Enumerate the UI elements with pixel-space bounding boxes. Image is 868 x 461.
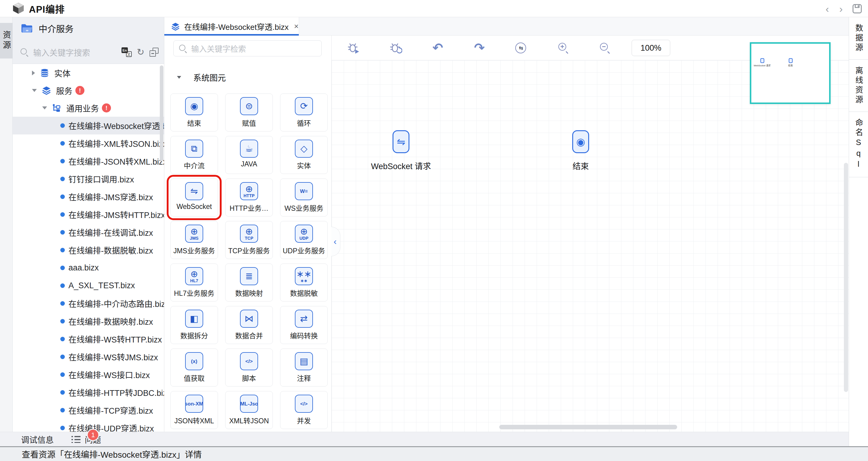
data-mapping-icon: ≣ [240, 267, 258, 285]
data-split-icon: ◧ [185, 310, 203, 328]
tree-item-entity[interactable]: 实体 [13, 64, 164, 82]
tree-item-file[interactable]: 在线编排-JSON转XML.bizx [13, 152, 164, 170]
mediation-flow-icon: ⧉ [185, 140, 203, 158]
tree-item-file[interactable]: 在线编排-数据脱敏.bizx [13, 241, 164, 259]
tree-item-file[interactable]: 在线编排-TCP穿透.bizx [13, 401, 164, 419]
palette-item[interactable]: ◉ 结束 [170, 93, 218, 131]
palette-item[interactable]: </> 并发 [280, 391, 328, 429]
palette-section-header[interactable]: 系统图元 [177, 71, 226, 83]
vertical-scrollbar[interactable] [844, 163, 848, 392]
flow-icon [52, 103, 62, 113]
explorer-title: 中介服务 [39, 22, 73, 35]
tree-item-file[interactable]: 在线编排-JMS转HTTP.bizx [13, 206, 164, 223]
tree-item-file[interactable]: 在线编排-JMS穿透.bizx [13, 188, 164, 206]
chevron-down-icon[interactable] [42, 106, 47, 110]
file-dot-icon [60, 319, 65, 324]
palette-item[interactable]: ⇋ WebSocket [170, 179, 218, 216]
database-icon [40, 68, 50, 78]
palette-item[interactable]: ⊕ HL7 HL7业务服务 [170, 264, 218, 302]
palette-item[interactable]: ∗∗ ∗∗ 数据脱敏 [280, 264, 328, 302]
palette-item[interactable]: ⊕ JMS JMS业务服务 [170, 221, 218, 259]
node-websocket-request[interactable]: ⇋ [393, 130, 409, 153]
tree-item-file[interactable]: 在线编排-WS转HTTP.bizx [13, 330, 164, 348]
palette-item[interactable]: ⇄ 编码转换 [280, 306, 328, 344]
app-logo-icon [11, 1, 25, 16]
node-end[interactable]: ◉ [572, 130, 589, 153]
fit-view-button[interactable]: ⇆ [514, 41, 527, 55]
tree-item-file[interactable]: aaa.bizx [13, 259, 164, 277]
zoom-out-button[interactable]: − [598, 41, 612, 55]
palette-item[interactable]: ◇ 实体 [280, 136, 328, 174]
tree-item-services[interactable]: 服务 ! [13, 82, 164, 99]
canvas-grid[interactable]: ⇋ WebSocket 请求 ◉ 结束 [332, 60, 849, 432]
close-icon[interactable]: × [294, 22, 299, 31]
chevron-down-icon[interactable] [32, 89, 37, 92]
palette-item[interactable]: ⊜ 赋值 [225, 93, 273, 131]
comment-icon: ▤ [295, 352, 313, 370]
tree-item-file[interactable]: 在线编排-Websocket穿透.bizx ! [13, 117, 164, 134]
zoom-in-button[interactable]: + [557, 41, 570, 55]
palette-item[interactable]: ⊕ TCP TCP业务服务 [225, 221, 273, 259]
palette-item[interactable]: (x) 值获取 [170, 348, 218, 387]
nav-back-button[interactable]: ‹ [824, 4, 830, 14]
assign-icon: ⊜ [240, 97, 258, 115]
palette-item[interactable]: Json-XML JSON转XML [170, 391, 218, 429]
editor-tab[interactable]: 在线编排-Websocket穿透.bizx × [164, 17, 299, 36]
palette-item[interactable]: ⊕ HTTP HTTP业务… [225, 179, 273, 216]
palette-item[interactable]: ≣ 数据映射 [225, 264, 273, 302]
sidebar-tab-resources[interactable]: 资源 [0, 23, 13, 59]
tree-item-file[interactable]: 在线编排-XML转JSON.bizx [13, 134, 164, 152]
palette-item[interactable]: ☕ JAVA [225, 136, 273, 174]
layers-icon [171, 22, 180, 31]
palette-item[interactable]: </> 脚本 [225, 348, 273, 387]
tree-item-file[interactable]: 在线编排-中介动态路由.bizx [13, 295, 164, 312]
tree-item-file[interactable]: 在线编排-在线调试.bizx [13, 223, 164, 241]
json-to-xml-icon: Json-XML [185, 395, 203, 413]
file-dot-icon [60, 248, 65, 252]
horizontal-scrollbar[interactable] [499, 425, 677, 429]
save-button[interactable] [852, 3, 863, 14]
zoom-level[interactable]: 100% [632, 40, 670, 56]
debug-run-button[interactable] [347, 41, 360, 55]
minimap[interactable]: WebSocket 请求 结束 [750, 42, 831, 104]
translate-icon[interactable]: En文 [122, 47, 132, 57]
tree-item-file[interactable]: 在线编排-WS转JMS.bizx [13, 348, 164, 366]
editor-tabstrip-spacer [332, 17, 849, 36]
tab-debug-info[interactable]: 调试信息 [21, 432, 54, 447]
explorer-header: 中介服务 输入关键字搜索 En文 ↻ [13, 17, 164, 64]
undo-button[interactable]: ↶ [431, 41, 444, 55]
palette-item[interactable]: W≡ WS业务服务 [280, 179, 328, 216]
sidebar-tab-offline-resources[interactable]: 离线资源 [849, 60, 868, 112]
tree-item-file[interactable]: 在线编排-UDP穿透.bizx [13, 419, 164, 432]
tree-item-file[interactable]: 在线编排-数据映射.bizx [13, 312, 164, 330]
palette-item[interactable]: ▤ 注释 [280, 348, 328, 387]
palette-item[interactable]: XML-Json XML转JSON [225, 391, 273, 429]
sidebar-tab-datasource[interactable]: 数据源 [849, 17, 868, 60]
left-activity-bar: 资源 [0, 17, 13, 446]
tree-item-file[interactable]: A_SXL_TEST.bizx [13, 277, 164, 295]
tree-item-file[interactable]: 钉钉接口调用.bizx [13, 170, 164, 188]
java-icon: ☕ [240, 140, 258, 158]
sidebar-tab-named-sql[interactable]: 命名Sql [849, 112, 868, 177]
refresh-icon[interactable]: ↻ [137, 48, 145, 57]
chevron-right-icon[interactable] [32, 70, 35, 75]
tree-scrollbar[interactable] [160, 65, 163, 161]
tree-item-common-business[interactable]: 通用业务 ! [13, 99, 164, 117]
problems-count-badge: 1 [87, 429, 99, 441]
palette-item[interactable]: ⧉ 中介流 [170, 136, 218, 174]
encoding-convert-icon: ⇄ [295, 310, 313, 328]
collapse-all-icon[interactable] [150, 48, 159, 57]
palette-item[interactable]: ◧ 数据拆分 [170, 306, 218, 344]
nav-forward-button[interactable]: › [838, 4, 844, 14]
debug-restart-button[interactable] [389, 41, 402, 55]
palette-search-input[interactable]: 输入关键字检索 [173, 40, 322, 56]
palette-item[interactable]: ⋈ 数据合并 [225, 306, 273, 344]
tree-item-file[interactable]: 在线编排-WS接口.bizx [13, 366, 164, 383]
explorer-search-input[interactable]: 输入关键字搜索 [33, 47, 122, 58]
panel-collapse-handle[interactable]: ‹ [331, 227, 340, 256]
redo-button[interactable]: ↷ [473, 41, 486, 55]
tree-item-file[interactable]: 在线编排-HTTP转JDBC.bizx [13, 383, 164, 401]
file-dot-icon [60, 230, 65, 235]
palette-item[interactable]: ⟳ 循环 [280, 93, 328, 131]
palette-item[interactable]: ⊕ UDP UDP业务服务 [280, 221, 328, 259]
